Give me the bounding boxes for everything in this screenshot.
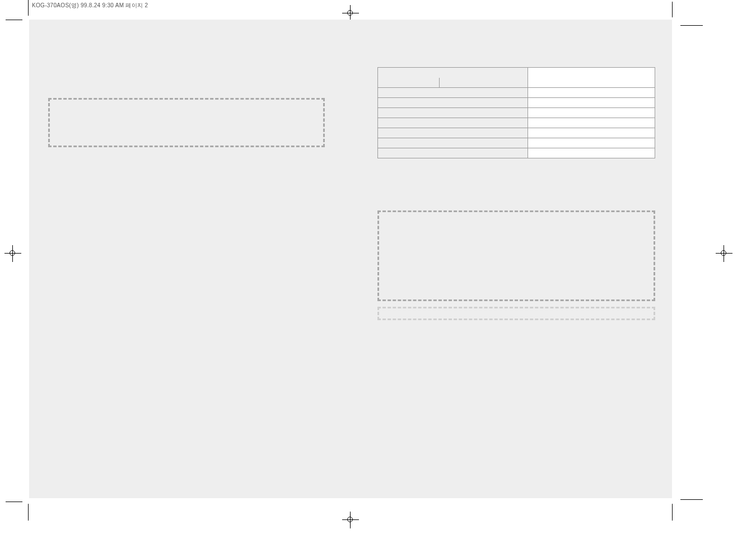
registration-mark-icon (346, 515, 356, 525)
right-dashed-placeholder-box-small (377, 307, 655, 320)
table-row (378, 118, 655, 128)
crop-mark (672, 504, 673, 521)
table-cell (378, 98, 528, 108)
crop-mark (680, 25, 703, 26)
table-cell (440, 78, 528, 88)
crop-mark (28, 0, 29, 16)
table-cell (528, 128, 655, 138)
table-row (378, 98, 655, 108)
table-row (378, 88, 655, 98)
table-cell (528, 108, 655, 118)
crop-mark (6, 20, 22, 20)
table-row (378, 108, 655, 118)
table-cell (378, 88, 528, 98)
table-row (378, 138, 655, 148)
table-cell (378, 148, 528, 158)
registration-mark-icon (8, 249, 18, 259)
document-filename-label: KOG-370AOS(영) 99.8.24 9:30 AM 페이지 2 (32, 2, 148, 10)
table-cell (528, 148, 655, 158)
table-cell (378, 118, 528, 128)
specifications-table (377, 67, 655, 158)
right-dashed-placeholder-box-large (377, 210, 655, 301)
table-cell (378, 138, 528, 148)
table-cell (528, 118, 655, 128)
crop-mark (672, 2, 673, 17)
table-row (378, 128, 655, 138)
table-cell (528, 88, 655, 98)
table-cell (378, 128, 528, 138)
table-cell (528, 78, 655, 88)
table-row (378, 148, 655, 158)
table-header-row (377, 67, 655, 78)
crop-mark (28, 504, 29, 521)
crop-mark (680, 499, 703, 500)
table-cell (528, 138, 655, 148)
left-dashed-placeholder-box (48, 98, 325, 147)
table-cell (528, 98, 655, 108)
registration-mark-icon (346, 8, 356, 18)
crop-mark (6, 502, 22, 502)
table-header-right-cell (528, 68, 655, 78)
registration-mark-icon (719, 249, 729, 259)
table-cell (378, 108, 528, 118)
